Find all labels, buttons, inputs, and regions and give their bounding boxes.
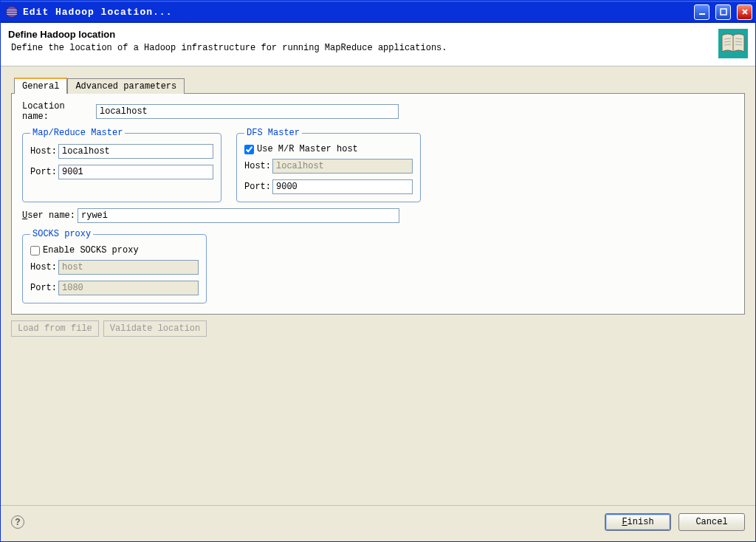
mr-port-label: Port: xyxy=(30,167,58,177)
dialog-window: Edit Hadoop location... Define Hadoop lo… xyxy=(0,0,756,542)
socks-port-label: Port: xyxy=(30,283,58,293)
validate-location-button: Validate location xyxy=(103,320,207,337)
eclipse-icon xyxy=(5,5,18,18)
maximize-button[interactable] xyxy=(715,4,731,20)
dialog-title: Define Hadoop location xyxy=(8,29,712,40)
use-mr-master-host-checkbox[interactable] xyxy=(244,145,254,154)
dfs-master-legend: DFS Master xyxy=(244,128,302,138)
window-title: Edit Hadoop location... xyxy=(23,7,688,18)
minimize-button[interactable] xyxy=(694,4,709,20)
use-mr-master-host-label: Use M/R Master host xyxy=(257,144,358,154)
mr-host-label: Host: xyxy=(30,146,58,157)
socks-host-label: Host: xyxy=(30,262,58,272)
finish-button[interactable]: Finish xyxy=(605,513,671,531)
location-name-label: Location name: xyxy=(22,101,96,122)
tab-general[interactable]: General xyxy=(14,78,67,94)
socks-proxy-legend: SOCKS proxy xyxy=(30,229,93,239)
svg-rect-3 xyxy=(7,12,17,13)
enable-socks-label: Enable SOCKS proxy xyxy=(43,245,139,255)
svg-rect-5 xyxy=(699,13,705,15)
socks-port-input xyxy=(58,281,199,295)
dialog-subtitle: Define the location of a Hadoop infrastr… xyxy=(8,43,712,53)
user-name-label: User name: xyxy=(22,210,78,221)
location-name-input[interactable] xyxy=(96,104,399,119)
help-icon[interactable]: ? xyxy=(11,515,24,529)
tab-advanced-parameters[interactable]: Advanced parameters xyxy=(67,78,185,94)
dfs-port-input[interactable] xyxy=(272,179,413,194)
close-button[interactable] xyxy=(737,4,752,20)
dfs-port-label: Port: xyxy=(244,182,272,192)
mapreduce-master-group: Map/Reduce Master Host: Port: xyxy=(22,128,221,202)
dfs-master-group: DFS Master Use M/R Master host Host: Por… xyxy=(236,128,421,202)
mapreduce-master-legend: Map/Reduce Master xyxy=(30,128,125,138)
bottom-left-buttons: Load from file Validate location xyxy=(11,320,745,337)
book-icon xyxy=(718,29,748,58)
svg-rect-4 xyxy=(7,14,17,15)
enable-socks-checkbox[interactable] xyxy=(30,246,40,255)
dialog-footer: ? Finish Cancel xyxy=(1,505,755,541)
dfs-host-label: Host: xyxy=(244,161,272,171)
mr-port-input[interactable] xyxy=(58,165,213,179)
mr-host-input[interactable] xyxy=(58,144,213,159)
dfs-host-input xyxy=(272,159,413,174)
svg-rect-2 xyxy=(7,10,17,10)
socks-host-input xyxy=(58,260,199,275)
svg-rect-6 xyxy=(721,9,726,15)
cancel-button[interactable]: Cancel xyxy=(678,513,745,531)
dialog-header: Define Hadoop location Define the locati… xyxy=(1,23,755,66)
title-bar[interactable]: Edit Hadoop location... xyxy=(1,1,755,23)
tab-panel-general: Location name: Map/Reduce Master Host: P… xyxy=(11,93,745,315)
user-name-input[interactable] xyxy=(78,208,399,223)
load-from-file-button: Load from file xyxy=(11,320,99,337)
dialog-body: General Advanced parameters Location nam… xyxy=(1,66,755,505)
tab-bar: General Advanced parameters xyxy=(14,77,745,93)
socks-proxy-group: SOCKS proxy Enable SOCKS proxy Host: Por… xyxy=(22,229,207,303)
